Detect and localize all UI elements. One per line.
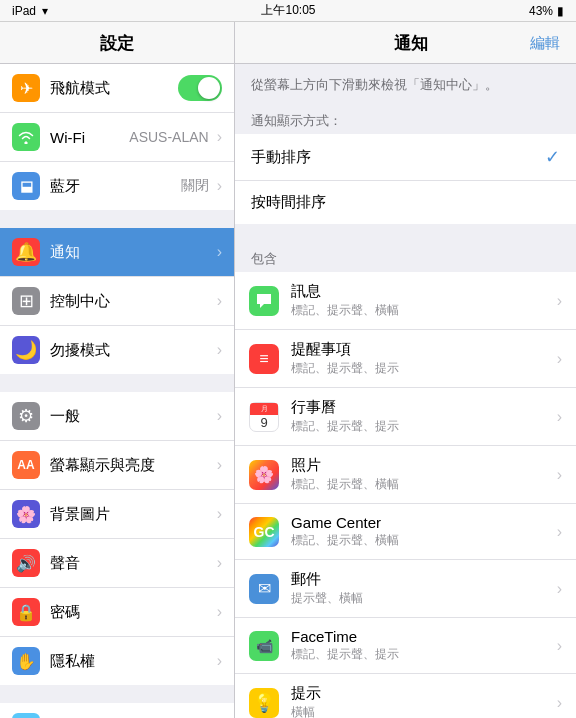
list-item-calendar[interactable]: 月 9 行事曆 標記、提示聲、提示 ›: [235, 388, 576, 446]
gap-3: [0, 685, 234, 703]
wifi-value: ASUS-ALAN: [129, 129, 208, 145]
sidebar-item-wallpaper[interactable]: 🌸 背景圖片 ›: [0, 490, 234, 539]
passcode-chevron: ›: [217, 603, 222, 621]
sort-time[interactable]: 按時間排序: [235, 181, 576, 224]
sort-manual-checkmark: ✓: [545, 146, 560, 168]
sound-label: 聲音: [50, 554, 213, 573]
gap-1: [0, 210, 234, 228]
display-chevron: ›: [217, 456, 222, 474]
wallpaper-label: 背景圖片: [50, 505, 213, 524]
photos-chevron: ›: [557, 466, 562, 484]
sidebar-item-bluetooth[interactable]: ⬓ 藍牙 關閉 ›: [0, 162, 234, 210]
wallpaper-icon: 🌸: [12, 500, 40, 528]
tips-title: 提示: [291, 684, 553, 703]
notification-label: 通知: [50, 243, 213, 262]
wifi-status-icon: ▾: [42, 4, 48, 18]
edit-button[interactable]: 編輯: [530, 34, 560, 53]
messages-icon: [249, 286, 279, 316]
wifi-label: Wi-Fi: [50, 129, 129, 146]
passcode-label: 密碼: [50, 603, 213, 622]
facetime-icon: 📹: [249, 631, 279, 661]
privacy-icon: ✋: [12, 647, 40, 675]
tips-chevron: ›: [557, 694, 562, 712]
sort-manual-label: 手動排序: [251, 148, 545, 167]
calendar-chevron: ›: [557, 408, 562, 426]
photos-title: 照片: [291, 456, 553, 475]
sidebar-item-general[interactable]: ⚙ 一般 ›: [0, 392, 234, 441]
sort-manual[interactable]: 手動排序 ✓: [235, 134, 576, 181]
sidebar-item-icloud[interactable]: ☁ iCloud ›: [0, 703, 234, 718]
sidebar-group-1: ✈ 飛航模式 Wi-Fi ASUS-ALAN › ⬓ 藍牙: [0, 64, 234, 210]
main-container: 設定 ✈ 飛航模式 Wi-Fi ASUS-ALAN ›: [0, 22, 576, 718]
mail-icon: ✉: [249, 574, 279, 604]
list-item-messages[interactable]: 訊息 標記、提示聲、橫幅 ›: [235, 272, 576, 330]
gamecenter-content: Game Center 標記、提示聲、橫幅: [291, 514, 553, 549]
wallpaper-chevron: ›: [217, 505, 222, 523]
list-item-photos[interactable]: 🌸 照片 標記、提示聲、橫幅 ›: [235, 446, 576, 504]
calendar-content: 行事曆 標記、提示聲、提示: [291, 398, 553, 435]
gamecenter-title: Game Center: [291, 514, 553, 531]
facetime-content: FaceTime 標記、提示聲、提示: [291, 628, 553, 663]
dnd-label: 勿擾模式: [50, 341, 213, 360]
dnd-chevron: ›: [217, 341, 222, 359]
tips-content: 提示 橫幅: [291, 684, 553, 718]
reminders-content: 提醒事項 標記、提示聲、提示: [291, 340, 553, 377]
sidebar-item-display[interactable]: AA 螢幕顯示與亮度 ›: [0, 441, 234, 490]
privacy-chevron: ›: [217, 652, 222, 670]
messages-subtitle: 標記、提示聲、橫幅: [291, 302, 553, 319]
list-item-tips[interactable]: 💡 提示 橫幅 ›: [235, 674, 576, 718]
status-left: iPad ▾: [12, 4, 48, 18]
hint-text: 從螢幕上方向下滑動來檢視「通知中心」。: [235, 64, 576, 104]
list-item-mail[interactable]: ✉ 郵件 提示聲、橫幅 ›: [235, 560, 576, 618]
sidebar-item-dnd[interactable]: 🌙 勿擾模式 ›: [0, 326, 234, 374]
airplane-toggle[interactable]: [178, 75, 222, 101]
messages-title: 訊息: [291, 282, 553, 301]
sidebar-item-notification[interactable]: 🔔 通知 ›: [0, 228, 234, 277]
list-item-facetime[interactable]: 📹 FaceTime 標記、提示聲、提示 ›: [235, 618, 576, 674]
sidebar-item-passcode[interactable]: 🔒 密碼 ›: [0, 588, 234, 637]
airplane-icon: ✈: [12, 74, 40, 102]
sidebar-item-control[interactable]: ⊞ 控制中心 ›: [0, 277, 234, 326]
photos-subtitle: 標記、提示聲、橫幅: [291, 476, 553, 493]
app-list: 訊息 標記、提示聲、橫幅 › ≡ 提醒事項 標記、提示聲、提示 ›: [235, 272, 576, 718]
sidebar-item-privacy[interactable]: ✋ 隱私權 ›: [0, 637, 234, 685]
sidebar-item-airplane[interactable]: ✈ 飛航模式: [0, 64, 234, 113]
sidebar-item-sound[interactable]: 🔊 聲音 ›: [0, 539, 234, 588]
bluetooth-chevron: ›: [217, 177, 222, 195]
bluetooth-icon: ⬓: [12, 172, 40, 200]
reminders-icon: ≡: [249, 344, 279, 374]
mail-subtitle: 提示聲、橫幅: [291, 590, 553, 607]
tips-subtitle: 橫幅: [291, 704, 553, 718]
sidebar-group-3: ⚙ 一般 › AA 螢幕顯示與亮度 › 🌸 背景圖片 › 🔊 聲音 › 🔒: [0, 392, 234, 685]
facetime-title: FaceTime: [291, 628, 553, 645]
notification-chevron: ›: [217, 243, 222, 261]
tips-icon: 💡: [249, 688, 279, 718]
facetime-chevron: ›: [557, 637, 562, 655]
photos-icon: 🌸: [249, 460, 279, 490]
list-item-reminders[interactable]: ≡ 提醒事項 標記、提示聲、提示 ›: [235, 330, 576, 388]
messages-chevron: ›: [557, 292, 562, 310]
list-item-gamecenter[interactable]: GC Game Center 標記、提示聲、橫幅 ›: [235, 504, 576, 560]
mail-title: 郵件: [291, 570, 553, 589]
gap-right-1: [235, 224, 576, 242]
right-panel-title: 通知: [291, 32, 530, 55]
general-icon: ⚙: [12, 402, 40, 430]
notification-icon: 🔔: [12, 238, 40, 266]
icloud-icon: ☁: [12, 713, 40, 718]
sidebar-item-wifi[interactable]: Wi-Fi ASUS-ALAN ›: [0, 113, 234, 162]
wifi-chevron: ›: [217, 128, 222, 146]
mail-list-chevron: ›: [557, 580, 562, 598]
sidebar-group-2: 🔔 通知 › ⊞ 控制中心 › 🌙 勿擾模式 ›: [0, 228, 234, 374]
sort-section-label: 通知顯示方式：: [235, 104, 576, 134]
airplane-label: 飛航模式: [50, 79, 178, 98]
facetime-subtitle: 標記、提示聲、提示: [291, 646, 553, 663]
privacy-label: 隱私權: [50, 652, 213, 671]
mail-content: 郵件 提示聲、橫幅: [291, 570, 553, 607]
sort-time-label: 按時間排序: [251, 193, 560, 212]
ipad-label: iPad: [12, 4, 36, 18]
status-time: 上午10:05: [261, 2, 315, 19]
sidebar: 設定 ✈ 飛航模式 Wi-Fi ASUS-ALAN ›: [0, 22, 235, 718]
include-label: 包含: [235, 242, 576, 272]
bluetooth-value: 關閉: [181, 177, 209, 195]
battery-percent: 43%: [529, 4, 553, 18]
